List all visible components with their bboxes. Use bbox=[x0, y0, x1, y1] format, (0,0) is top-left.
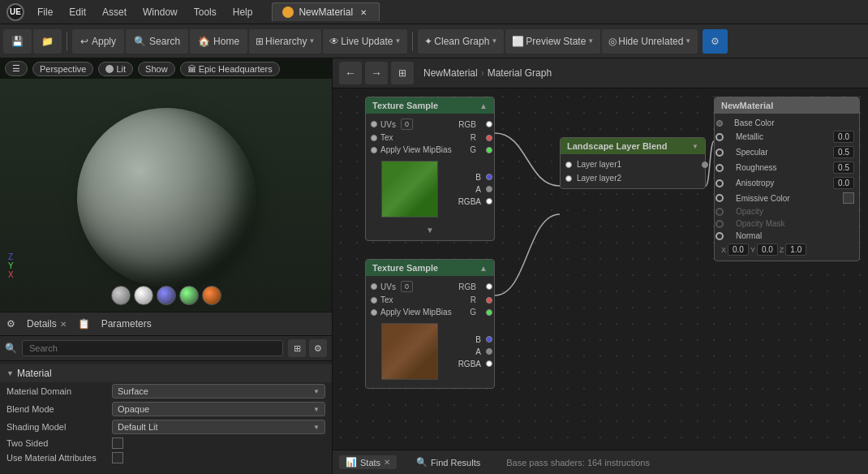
menu-window[interactable]: Window bbox=[136, 5, 184, 19]
stats-close-button[interactable]: ✕ bbox=[384, 458, 390, 467]
stats-tab[interactable]: 📊 Stats ✕ bbox=[339, 455, 397, 469]
back-button[interactable]: ← bbox=[339, 62, 362, 84]
layer1-input-pin[interactable] bbox=[565, 162, 572, 168]
mat-ball-4[interactable] bbox=[179, 286, 199, 305]
pin-b-out[interactable] bbox=[486, 174, 492, 180]
pin-opacitymask-in bbox=[715, 220, 724, 228]
shading-dropdown[interactable]: Default Lit ▼ bbox=[112, 420, 325, 434]
blend-dropdown-arrow: ▼ bbox=[313, 406, 320, 413]
node-texture1-collapse[interactable]: ▲ bbox=[479, 101, 488, 110]
pin-mip-in[interactable] bbox=[371, 147, 377, 153]
home-label: Home bbox=[213, 36, 239, 47]
pin2-uvs-in[interactable] bbox=[371, 283, 377, 290]
find-results-tab[interactable]: 🔍 Find Results bbox=[410, 455, 487, 469]
pin-g-out[interactable] bbox=[486, 147, 492, 153]
pin-a-out[interactable] bbox=[486, 186, 492, 192]
blend-dropdown[interactable]: Opaque ▼ bbox=[112, 402, 325, 416]
pin2-rgb-out[interactable] bbox=[486, 283, 492, 290]
node-material-header[interactable]: NewMaterial bbox=[715, 97, 859, 114]
pin-rgba-out[interactable] bbox=[486, 198, 492, 205]
pin-metallic-in[interactable] bbox=[715, 133, 724, 141]
tab-details[interactable]: Details ✕ bbox=[19, 316, 75, 332]
tab-close-button[interactable]: ✕ bbox=[358, 6, 369, 18]
live-update-button[interactable]: 👁 Live Update ▼ bbox=[323, 29, 407, 54]
settings-button[interactable]: ⚙ bbox=[703, 29, 728, 54]
node-landscape-title: Landscape Layer Blend bbox=[567, 141, 668, 151]
mat-ball-2[interactable] bbox=[134, 286, 153, 305]
preview-state-button[interactable]: ⬜ Preview State ▼ bbox=[505, 29, 600, 54]
details-search-input[interactable] bbox=[22, 340, 283, 356]
pin2-a-out[interactable] bbox=[486, 348, 492, 355]
tab-parameters[interactable]: Parameters bbox=[93, 316, 160, 332]
pin-basecolor-in[interactable] bbox=[716, 120, 723, 127]
pin2-r-out[interactable] bbox=[486, 297, 492, 304]
view-toggle-button[interactable]: ⊞ bbox=[288, 339, 306, 357]
pin-tex-in[interactable] bbox=[371, 135, 377, 141]
material-section-header[interactable]: ▼ Material bbox=[0, 364, 332, 382]
landscape-dropdown-arrow[interactable]: ▼ bbox=[692, 143, 698, 150]
menu-tools[interactable]: Tools bbox=[187, 5, 223, 19]
clean-graph-button[interactable]: ✦ Clean Graph ▼ bbox=[418, 29, 504, 54]
filter-button[interactable]: ⚙ bbox=[309, 339, 327, 357]
location-button[interactable]: 🏛 Epic Headquarters bbox=[180, 62, 280, 76]
pin2-g-out[interactable] bbox=[486, 309, 492, 316]
save-button[interactable]: 💾 bbox=[3, 29, 32, 54]
pin-normal-in[interactable] bbox=[715, 232, 724, 240]
node-texture2-collapse[interactable]: ▲ bbox=[479, 264, 488, 273]
anisotropy-value: 0.0 bbox=[833, 177, 854, 189]
details-tab-close[interactable]: ✕ bbox=[60, 320, 67, 329]
perspective-button[interactable]: Perspective bbox=[32, 62, 93, 76]
details-params-icon: 📋 bbox=[78, 318, 90, 330]
menu-asset[interactable]: Asset bbox=[96, 5, 133, 19]
uvs-label: UVs bbox=[380, 120, 396, 129]
mat-ball-3[interactable] bbox=[157, 286, 176, 305]
prop-row-domain: Material Domain Surface ▼ bbox=[0, 382, 332, 400]
graph-canvas[interactable]: Texture Sample ▲ UVs 0 RGB Tex R bbox=[333, 88, 868, 450]
node-landscape-header[interactable]: Landscape Layer Blend ▼ bbox=[561, 138, 705, 154]
twosided-checkbox[interactable] bbox=[112, 437, 123, 449]
tab-bar: NewMaterial ✕ bbox=[272, 2, 380, 21]
breadcrumb-root[interactable]: NewMaterial bbox=[423, 67, 478, 79]
pin-emissive-in[interactable] bbox=[715, 194, 724, 202]
menu-edit[interactable]: Edit bbox=[62, 5, 92, 19]
viewport-mode-button[interactable]: ☰ bbox=[5, 61, 28, 76]
node-texture1-header[interactable]: Texture Sample ▲ bbox=[366, 97, 494, 114]
pin-specular-in[interactable] bbox=[715, 149, 724, 157]
texture2-a-row: A bbox=[475, 347, 489, 356]
mat-ball-1[interactable] bbox=[111, 286, 131, 305]
search-button[interactable]: 🔍 Search bbox=[126, 29, 188, 54]
expand-button[interactable]: ⊞ bbox=[391, 62, 414, 84]
node-texture2-header[interactable]: Texture Sample ▲ bbox=[366, 260, 494, 276]
hide-unrelated-button[interactable]: ◎ Hide Unrelated ▼ bbox=[602, 29, 698, 54]
domain-dropdown[interactable]: Surface ▼ bbox=[112, 384, 325, 399]
forward-button[interactable]: → bbox=[365, 62, 388, 84]
pin-anisotropy-in[interactable] bbox=[715, 179, 724, 187]
menu-help[interactable]: Help bbox=[226, 5, 260, 19]
pin-r-out[interactable] bbox=[486, 135, 492, 141]
lit-button[interactable]: Lit bbox=[98, 62, 133, 76]
environment-bg bbox=[0, 58, 332, 312]
show-button[interactable]: Show bbox=[138, 62, 175, 76]
texture1-expand[interactable]: ▼ bbox=[366, 222, 494, 237]
pin2-tex-in[interactable] bbox=[371, 297, 377, 304]
b-label: B bbox=[475, 173, 481, 182]
pin-uvs-in[interactable] bbox=[371, 121, 377, 127]
apply-button[interactable]: ↩ Apply bbox=[72, 29, 124, 54]
home-button[interactable]: 🏠 Home bbox=[190, 29, 247, 54]
shading-dropdown-value: Default Lit bbox=[118, 422, 158, 432]
pin2-mip-in[interactable] bbox=[371, 309, 377, 316]
hierarchy-button[interactable]: ⊞ Hierarchy ▼ bbox=[249, 29, 321, 54]
pin2-rgba-out[interactable] bbox=[486, 360, 492, 367]
layer1-output-pin[interactable] bbox=[702, 162, 708, 168]
domain-value: Surface ▼ bbox=[112, 384, 325, 399]
mat-ball-5[interactable] bbox=[202, 286, 221, 305]
pin2-b-out[interactable] bbox=[486, 336, 492, 343]
menu-file[interactable]: File bbox=[31, 5, 59, 19]
pin-rgb-out[interactable] bbox=[486, 121, 492, 127]
tab-new-material[interactable]: NewMaterial ✕ bbox=[272, 2, 380, 21]
uvs2-value: 0 bbox=[401, 281, 413, 292]
browse-button[interactable]: 📁 bbox=[33, 29, 62, 54]
layer2-input-pin[interactable] bbox=[565, 175, 572, 182]
useattr-checkbox[interactable] bbox=[112, 452, 123, 463]
pin-roughness-in[interactable] bbox=[715, 164, 724, 172]
